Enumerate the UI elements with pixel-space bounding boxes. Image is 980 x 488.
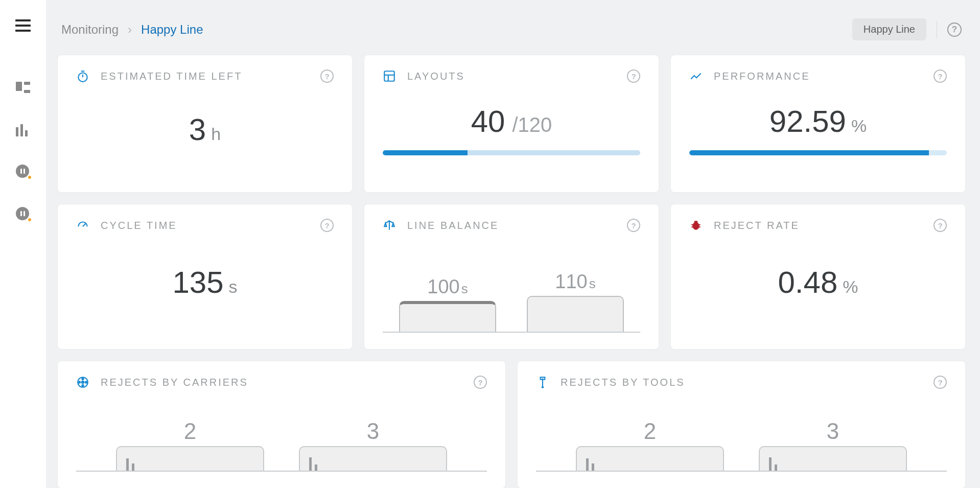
topbar: Monitoring › Happy Line Happy Line ? [57, 0, 966, 55]
station-bar [527, 296, 624, 332]
card-help-icon[interactable]: ? [627, 69, 640, 83]
station-value: 110s [555, 271, 595, 293]
trend-icon [689, 69, 703, 83]
card-help-icon[interactable]: ? [627, 219, 640, 232]
reject-bar-group[interactable]: 2 [116, 419, 264, 471]
progress-bar [383, 150, 640, 155]
station-value: 100s [427, 276, 468, 298]
divider [937, 21, 937, 38]
kpi-value: 135 [172, 265, 223, 300]
card-title: LINE BALANCE [407, 220, 499, 231]
status-dot-icon [27, 175, 32, 180]
svg-rect-3 [384, 71, 394, 81]
carrier-icon [76, 376, 89, 389]
sidebar [0, 0, 46, 488]
card-help-icon[interactable]: ? [934, 376, 947, 389]
nav-analytics-icon[interactable] [16, 124, 30, 136]
gauge-icon [76, 219, 89, 232]
svg-point-15 [82, 381, 84, 383]
kpi-unit: s [229, 277, 238, 297]
card-title: CYCLE TIME [101, 220, 177, 231]
line-balance-station[interactable]: 110s [527, 271, 624, 332]
svg-point-8 [693, 222, 699, 230]
reject-count: 2 [644, 419, 656, 444]
card-help-icon[interactable]: ? [934, 219, 947, 232]
card-rejects-by-carriers[interactable]: REJECTS BY CARRIERS ? 23 [57, 361, 506, 488]
card-title: REJECTS BY TOOLS [561, 377, 685, 388]
svg-rect-21 [541, 377, 545, 379]
kpi-denominator: /120 [512, 113, 552, 136]
line-balance-chart: 100s110s [383, 237, 640, 333]
breadcrumb: Monitoring › Happy Line [61, 22, 203, 37]
kpi-unit: h [211, 124, 221, 144]
card-cycle-time[interactable]: CYCLE TIME ? 135 s [57, 204, 353, 350]
reject-bar [576, 446, 724, 471]
card-title: REJECT RATE [714, 220, 800, 231]
nav-line-status-1[interactable] [16, 165, 30, 179]
main: Monitoring › Happy Line Happy Line ? EST… [46, 0, 980, 488]
reject-bar-group[interactable]: 3 [759, 419, 907, 471]
breadcrumb-current[interactable]: Happy Line [141, 22, 203, 37]
reject-count: 3 [367, 419, 379, 444]
stopwatch-icon [76, 69, 89, 83]
bug-icon [689, 219, 703, 232]
card-help-icon[interactable]: ? [320, 69, 334, 83]
svg-line-6 [83, 224, 85, 226]
reject-count: 3 [827, 419, 839, 444]
card-line-balance[interactable]: LINE BALANCE ? 100s110s [364, 204, 659, 350]
menu-button[interactable] [15, 19, 31, 32]
reject-bar [759, 446, 907, 471]
reject-count: 2 [184, 419, 196, 444]
svg-point-16 [82, 378, 83, 380]
card-title: PERFORMANCE [714, 71, 810, 82]
layouts-icon [383, 69, 396, 83]
reject-bar [116, 446, 264, 471]
rejects-tools-chart: 23 [536, 392, 947, 472]
svg-point-18 [79, 381, 80, 383]
chevron-right-icon: › [128, 22, 132, 37]
card-help-icon[interactable]: ? [934, 69, 947, 83]
svg-rect-9 [694, 221, 698, 223]
card-layouts[interactable]: LAYOUTS ? 40 /120 [364, 55, 659, 193]
scale-icon [383, 219, 396, 232]
card-help-icon[interactable]: ? [320, 219, 334, 232]
nav-line-status-2[interactable] [16, 207, 30, 221]
kpi-value: 40 [471, 104, 505, 139]
help-icon[interactable]: ? [947, 22, 962, 37]
nav-dashboard-icon[interactable] [16, 82, 30, 96]
reject-bar-group[interactable]: 3 [299, 419, 447, 471]
card-title: REJECTS BY CARRIERS [101, 377, 248, 388]
kpi-unit: % [851, 116, 867, 136]
kpi-unit: % [843, 277, 858, 297]
card-reject-rate[interactable]: REJECT RATE ? 0.48 % [670, 204, 966, 350]
station-bar [399, 301, 496, 332]
line-balance-station[interactable]: 100s [399, 276, 496, 332]
kpi-value: 92.59 [769, 104, 846, 139]
tool-icon [536, 376, 549, 389]
card-rejects-by-tools[interactable]: REJECTS BY TOOLS ? 23 [517, 361, 966, 488]
svg-point-17 [82, 385, 83, 386]
reject-bar [299, 446, 447, 471]
kpi-value: 0.48 [778, 265, 837, 300]
progress-bar [689, 150, 947, 155]
card-title: LAYOUTS [407, 71, 465, 82]
card-estimated-time-left[interactable]: ESTIMATED TIME LEFT ? 3 h [57, 55, 353, 193]
card-help-icon[interactable]: ? [474, 376, 487, 389]
breadcrumb-root[interactable]: Monitoring [61, 22, 119, 37]
card-title: ESTIMATED TIME LEFT [101, 71, 242, 82]
kpi-value: 3 [189, 112, 206, 147]
svg-point-19 [85, 381, 87, 383]
card-performance[interactable]: PERFORMANCE ? 92.59 % [670, 55, 966, 193]
reject-bar-group[interactable]: 2 [576, 419, 724, 471]
line-selector-chip[interactable]: Happy Line [852, 18, 926, 40]
rejects-carriers-chart: 23 [76, 392, 487, 472]
status-dot-icon [27, 217, 32, 222]
